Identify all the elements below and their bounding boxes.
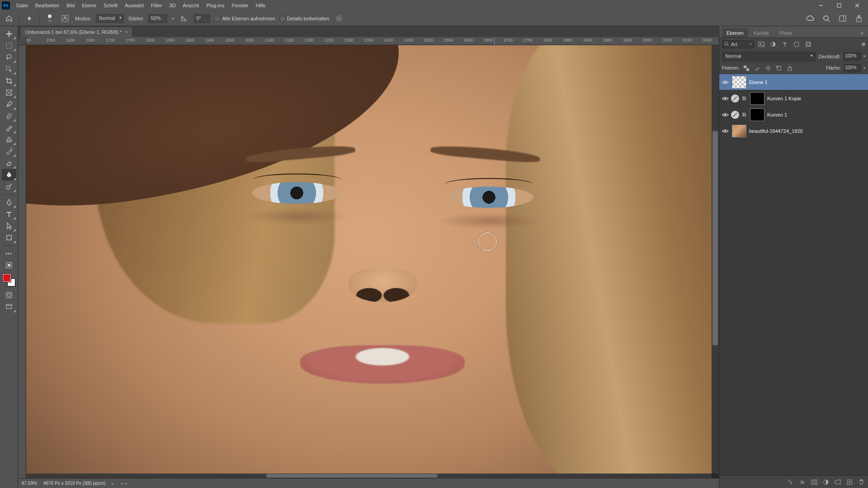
trash-icon[interactable] bbox=[857, 478, 865, 487]
visibility-toggle[interactable] bbox=[721, 78, 729, 86]
window-minimize-button[interactable] bbox=[812, 0, 830, 11]
tab-layers[interactable]: Ebenen bbox=[722, 28, 748, 38]
scrollbar-vertical[interactable] bbox=[712, 45, 719, 474]
canvas-viewport[interactable] bbox=[26, 45, 719, 478]
mask-thumbnail[interactable] bbox=[750, 108, 764, 121]
scrollbar-thumb[interactable] bbox=[266, 474, 438, 478]
path-select-tool[interactable] bbox=[2, 220, 16, 232]
brush-settings-icon[interactable] bbox=[60, 13, 71, 24]
layer-thumbnail[interactable] bbox=[732, 76, 746, 89]
color-swatches[interactable] bbox=[3, 274, 15, 286]
group-icon[interactable] bbox=[834, 478, 842, 487]
lock-pixels-icon[interactable] bbox=[753, 64, 762, 73]
sample-all-checkbox[interactable]: Alle Ebenen aufnehmen bbox=[215, 16, 275, 21]
history-brush-tool[interactable] bbox=[2, 145, 16, 157]
stamp-tool[interactable] bbox=[2, 134, 16, 145]
mask-link-icon[interactable]: ⛓ bbox=[742, 112, 747, 117]
healing-tool[interactable] bbox=[2, 110, 16, 122]
menu-help[interactable]: Hilfe bbox=[252, 1, 269, 10]
layer-name[interactable]: Kurven 1 bbox=[767, 112, 787, 117]
panel-menu-icon[interactable]: ≡ bbox=[859, 28, 865, 38]
filter-smart-icon[interactable] bbox=[804, 40, 813, 49]
layer-row[interactable]: ⛓Kurven 1 Kopie bbox=[719, 90, 868, 107]
link-layers-icon[interactable] bbox=[787, 478, 795, 487]
lasso-tool[interactable] bbox=[2, 52, 16, 63]
menu-select[interactable]: Auswahl bbox=[121, 1, 147, 10]
filter-text-icon[interactable] bbox=[780, 40, 789, 49]
text-tool[interactable] bbox=[2, 208, 16, 220]
mask-icon[interactable] bbox=[810, 478, 818, 487]
layer-row[interactable]: beautiful-1844724_1920 bbox=[719, 123, 868, 139]
pen-tool[interactable] bbox=[2, 197, 16, 208]
home-icon[interactable] bbox=[4, 13, 14, 24]
window-close-button[interactable] bbox=[848, 0, 866, 11]
scrollbar-horizontal[interactable] bbox=[26, 474, 712, 478]
fill-input[interactable]: 100% bbox=[844, 64, 861, 72]
strength-dropdown-icon[interactable]: ▾ bbox=[172, 16, 174, 21]
search-icon[interactable] bbox=[821, 13, 832, 24]
layer-name[interactable]: Ebene 1 bbox=[749, 80, 768, 85]
fill-dropdown-icon[interactable]: ▾ bbox=[863, 66, 865, 70]
menu-view[interactable]: Ansicht bbox=[179, 1, 203, 10]
marquee-tool[interactable] bbox=[2, 40, 16, 52]
quick-select-tool[interactable] bbox=[2, 63, 16, 75]
lock-artboard-icon[interactable] bbox=[774, 64, 783, 73]
menu-window[interactable]: Fenster bbox=[228, 1, 252, 10]
visibility-toggle[interactable] bbox=[721, 127, 729, 135]
workspace-icon[interactable] bbox=[837, 13, 848, 24]
visibility-toggle[interactable] bbox=[721, 111, 729, 119]
menu-type[interactable]: Schrift bbox=[100, 1, 121, 10]
frame-tool[interactable] bbox=[2, 87, 16, 99]
ruler-horizontal[interactable]: 0015501600165017001750180018501900195020… bbox=[18, 37, 719, 45]
menu-image[interactable]: Bild bbox=[63, 1, 78, 10]
close-tab-icon[interactable]: × bbox=[124, 29, 127, 35]
menu-file[interactable]: Datei bbox=[13, 1, 32, 10]
more-tools[interactable]: ••• bbox=[2, 248, 16, 259]
eraser-tool[interactable] bbox=[2, 157, 16, 169]
opacity-dropdown-icon[interactable]: ▾ bbox=[863, 54, 865, 58]
eyedropper-tool[interactable] bbox=[2, 99, 16, 110]
preserve-detail-checkbox[interactable]: Details beibehalten bbox=[280, 16, 330, 21]
strength-input[interactable]: 50% bbox=[148, 14, 167, 23]
status-nav[interactable]: ◂▸ bbox=[120, 481, 127, 486]
menu-plugins[interactable]: Plug-ins bbox=[203, 1, 228, 10]
filter-toggle-icon[interactable] bbox=[862, 42, 865, 46]
layer-filter-select[interactable]: ▾ bbox=[722, 40, 754, 48]
blend-mode-select[interactable]: Normal bbox=[722, 52, 816, 61]
brush-preset-picker[interactable]: 71 bbox=[44, 13, 55, 24]
edit-toolbar-icon[interactable] bbox=[2, 259, 16, 271]
document-dimensions[interactable]: 4976 Px x 3319 Px (300 ppcm) bbox=[43, 481, 105, 486]
menu-filter[interactable]: Filter bbox=[147, 1, 165, 10]
lock-position-icon[interactable] bbox=[764, 64, 773, 73]
blur-tool[interactable] bbox=[2, 169, 16, 181]
angle-input[interactable]: 0° bbox=[194, 14, 210, 23]
layer-name[interactable]: Kurven 1 Kopie bbox=[767, 96, 801, 101]
opacity-input[interactable]: 100% bbox=[844, 52, 861, 61]
filter-adjust-icon[interactable] bbox=[769, 40, 778, 49]
lock-all-icon[interactable] bbox=[785, 64, 794, 73]
zoom-level[interactable]: 87,59% bbox=[22, 481, 37, 486]
menu-3d[interactable]: 3D bbox=[165, 1, 179, 10]
layer-filter-input[interactable] bbox=[731, 42, 748, 47]
pressure-icon[interactable] bbox=[334, 13, 344, 24]
tool-preset-icon[interactable] bbox=[24, 13, 35, 24]
move-tool[interactable] bbox=[2, 28, 16, 40]
layer-thumbnail[interactable] bbox=[732, 125, 746, 137]
tab-channels[interactable]: Kanäle bbox=[749, 28, 774, 38]
new-layer-icon[interactable] bbox=[845, 478, 854, 487]
mode-select[interactable]: Normal bbox=[96, 14, 123, 23]
fx-icon[interactable]: fx bbox=[798, 478, 807, 487]
shape-tool[interactable] bbox=[2, 232, 16, 244]
dodge-tool[interactable] bbox=[2, 181, 16, 192]
ruler-origin[interactable] bbox=[18, 37, 26, 45]
lock-transparency-icon[interactable] bbox=[742, 64, 751, 73]
foreground-color-swatch[interactable] bbox=[3, 274, 11, 282]
mask-thumbnail[interactable] bbox=[750, 92, 764, 105]
visibility-toggle[interactable] bbox=[721, 94, 729, 103]
quick-mask-icon[interactable] bbox=[2, 289, 16, 301]
window-maximize-button[interactable] bbox=[830, 0, 848, 11]
layer-row[interactable]: Ebene 1 bbox=[719, 74, 868, 90]
menu-edit[interactable]: Bearbeiten bbox=[32, 1, 63, 10]
filter-shape-icon[interactable] bbox=[792, 40, 801, 49]
scrollbar-thumb[interactable] bbox=[712, 131, 718, 345]
